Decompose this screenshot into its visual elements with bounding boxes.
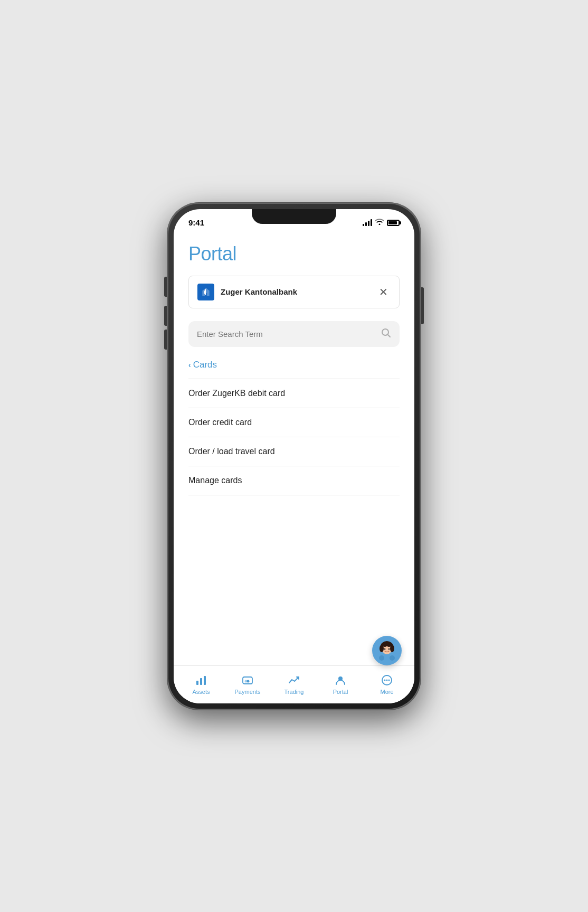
svg-point-24 xyxy=(388,680,390,681)
bottom-nav: Assets Payments xyxy=(174,665,414,703)
svg-point-19 xyxy=(247,680,250,683)
nav-payments-label: Payments xyxy=(235,689,261,695)
search-icon xyxy=(381,327,391,341)
menu-item-travel[interactable]: Order / load travel card xyxy=(188,437,400,466)
app-content: Portal Zuger Kantonalbank ✕ xyxy=(174,232,414,665)
close-button[interactable]: ✕ xyxy=(376,285,391,299)
page-title: Portal xyxy=(188,243,400,265)
svg-point-8 xyxy=(386,643,392,647)
bank-info: Zuger Kantonalbank xyxy=(197,284,297,300)
svg-line-1 xyxy=(388,334,391,337)
bank-logo xyxy=(197,284,214,300)
signal-icon xyxy=(363,219,372,226)
svg-point-10 xyxy=(388,648,390,650)
payments-icon xyxy=(241,674,254,687)
floating-avatar[interactable] xyxy=(372,636,402,665)
svg-rect-14 xyxy=(196,681,198,685)
portal-icon xyxy=(334,674,347,687)
search-input[interactable] xyxy=(197,330,381,339)
wifi-icon xyxy=(375,219,384,227)
nav-assets[interactable]: Assets xyxy=(178,670,224,699)
nav-assets-label: Assets xyxy=(192,689,210,695)
svg-rect-16 xyxy=(204,676,206,685)
nav-trading[interactable]: Trading xyxy=(271,670,317,699)
trading-icon xyxy=(288,674,300,687)
nav-more[interactable]: More xyxy=(364,670,410,699)
chevron-left-icon: ‹ xyxy=(188,361,191,369)
svg-point-22 xyxy=(384,680,386,681)
battery-icon xyxy=(387,220,400,226)
cards-label: Cards xyxy=(193,360,217,370)
svg-point-12 xyxy=(379,655,384,661)
svg-point-23 xyxy=(386,680,388,681)
svg-point-13 xyxy=(390,655,395,661)
bank-header: Zuger Kantonalbank ✕ xyxy=(188,276,400,308)
phone-device: 9:41 Portal xyxy=(167,203,421,710)
nav-portal[interactable]: Portal xyxy=(317,670,364,699)
bank-name: Zuger Kantonalbank xyxy=(221,287,297,296)
menu-item-credit[interactable]: Order credit card xyxy=(188,408,400,437)
nav-more-label: More xyxy=(380,689,393,695)
menu-list: Order ZugerKB debit card Order credit ca… xyxy=(188,379,400,495)
more-icon xyxy=(381,674,393,687)
menu-item-debit[interactable]: Order ZugerKB debit card xyxy=(188,379,400,408)
assets-icon xyxy=(195,674,207,687)
nav-portal-label: Portal xyxy=(333,689,348,695)
cards-back-nav[interactable]: ‹ Cards xyxy=(188,360,400,370)
svg-rect-15 xyxy=(200,678,202,685)
phone-notch xyxy=(252,209,336,224)
nav-payments[interactable]: Payments xyxy=(224,670,271,699)
status-icons xyxy=(363,219,400,227)
nav-trading-label: Trading xyxy=(284,689,304,695)
menu-item-manage[interactable]: Manage cards xyxy=(188,466,400,495)
svg-point-9 xyxy=(384,648,386,650)
search-container xyxy=(188,321,400,347)
status-time: 9:41 xyxy=(188,218,204,227)
phone-screen: 9:41 Portal xyxy=(174,209,414,703)
